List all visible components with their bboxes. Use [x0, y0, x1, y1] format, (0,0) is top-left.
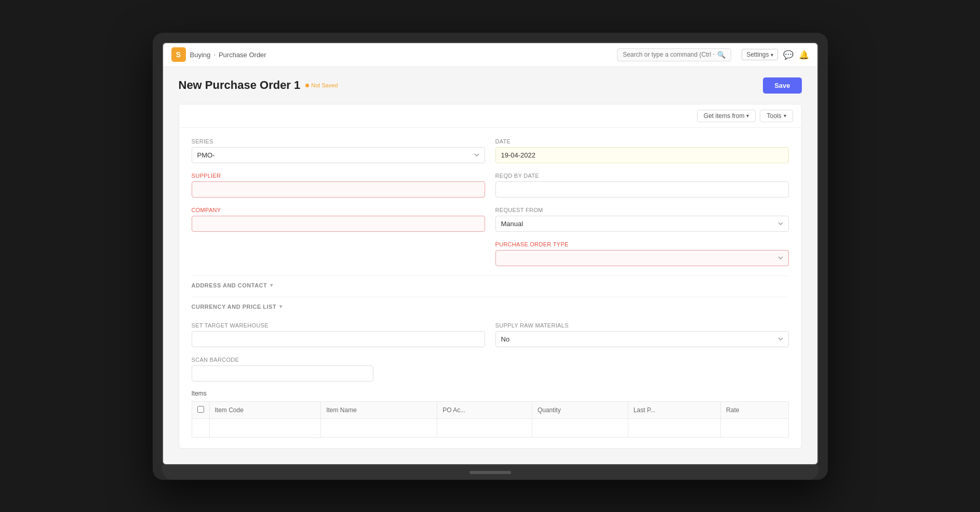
search-bar[interactable]: 🔍: [617, 48, 731, 61]
request-from-label: Request From: [495, 207, 789, 213]
chevron-down-icon: ▾: [746, 113, 749, 119]
form-card: Get items from ▾ Tools ▾ Series: [179, 104, 802, 449]
form-group-company: Company: [192, 207, 485, 232]
date-input[interactable]: [495, 147, 789, 163]
currency-section-divider: CURRENCY AND PRICE LIST ▾: [192, 297, 789, 314]
tools-button[interactable]: Tools ▾: [760, 110, 793, 122]
app-logo: S: [171, 47, 186, 62]
form-group-reqd-by-date: Reqd By Date: [495, 173, 789, 198]
form-group-supply-raw: Supply Raw Materials No Yes: [495, 322, 789, 347]
breadcrumb-sep-1: ›: [213, 51, 216, 58]
form-group-supplier: Supplier: [192, 173, 485, 198]
items-table: Item Code Item Name PO Ac... Quantity La…: [192, 401, 789, 438]
request-from-select[interactable]: Manual Material Request Purchase Order: [495, 216, 789, 232]
form-body: Series PMO- Date Supplier: [179, 128, 801, 448]
search-icon: 🔍: [717, 51, 726, 59]
not-saved-badge: Not Saved: [305, 82, 338, 88]
form-group-request-from: Request From Manual Material Request Pur…: [495, 207, 789, 232]
form-row-po-type: Purchase Order Type: [192, 241, 789, 266]
search-input[interactable]: [623, 51, 714, 58]
form-group-scan-barcode: Scan Barcode: [192, 357, 789, 382]
reqd-by-date-input[interactable]: [495, 181, 789, 198]
currency-section-toggle[interactable]: CURRENCY AND PRICE LIST ▾: [192, 304, 789, 310]
company-label: Company: [192, 207, 485, 213]
table-row-empty: [192, 418, 788, 437]
table-header-rate: Rate: [721, 401, 788, 418]
form-group-series: Series PMO-: [192, 138, 485, 163]
series-select[interactable]: PMO-: [192, 147, 485, 163]
target-warehouse-label: Set Target Warehouse: [192, 322, 485, 329]
address-section-divider: ADDRESS AND CONTACT ▾: [192, 275, 789, 293]
breadcrumb-purchase-order[interactable]: Purchase Order: [219, 51, 266, 59]
po-type-label: Purchase Order Type: [495, 241, 789, 247]
address-section-toggle[interactable]: ADDRESS AND CONTACT ▾: [192, 282, 789, 288]
chevron-down-icon: ▾: [784, 113, 786, 119]
form-group-date: Date: [495, 138, 789, 163]
scan-barcode-input[interactable]: [192, 365, 373, 382]
supply-raw-select[interactable]: No Yes: [495, 331, 789, 347]
save-button[interactable]: Save: [763, 77, 801, 94]
supplier-input[interactable]: [192, 181, 485, 198]
form-row-series-date: Series PMO- Date: [192, 138, 789, 163]
form-row-warehouse-supply: Set Target Warehouse Supply Raw Material…: [192, 322, 789, 347]
table-header-quantity: Quantity: [532, 401, 628, 418]
form-group-empty: [192, 241, 485, 266]
top-bar-actions: Settings ▾ 💬 🔔: [742, 49, 809, 60]
company-input[interactable]: [192, 216, 485, 232]
items-label: Items: [192, 390, 789, 397]
chat-icon[interactable]: 💬: [783, 50, 794, 60]
breadcrumb-buying[interactable]: Buying: [190, 51, 211, 59]
table-header-last-p: Last P...: [628, 401, 720, 418]
supply-raw-label: Supply Raw Materials: [495, 322, 789, 329]
chevron-down-icon: ▾: [771, 52, 773, 58]
table-header-checkbox: [192, 401, 209, 418]
table-header-item-name: Item Name: [321, 401, 437, 418]
reqd-by-date-label: Reqd By Date: [495, 173, 789, 179]
series-label: Series: [192, 138, 485, 145]
settings-label: Settings: [746, 51, 769, 58]
settings-button[interactable]: Settings ▾: [742, 49, 777, 60]
select-all-checkbox[interactable]: [197, 406, 204, 413]
table-header-item-code: Item Code: [209, 401, 321, 418]
form-toolbar: Get items from ▾ Tools ▾: [179, 104, 801, 128]
form-row-company-request: Company Request From Manual Material Req…: [192, 207, 789, 232]
date-label: Date: [495, 138, 789, 145]
scan-barcode-label: Scan Barcode: [192, 357, 789, 363]
chevron-down-icon: ▾: [270, 282, 273, 288]
table-header-po-ac: PO Ac...: [437, 401, 532, 418]
supplier-label: Supplier: [192, 173, 485, 179]
breadcrumb: Buying › Purchase Order: [190, 51, 266, 59]
po-type-select[interactable]: [495, 250, 789, 266]
chevron-down-icon: ▾: [279, 304, 283, 309]
form-group-target-warehouse: Set Target Warehouse: [192, 322, 485, 347]
form-row-supplier-reqd: Supplier Reqd By Date: [192, 173, 789, 198]
get-items-from-button[interactable]: Get items from ▾: [697, 110, 756, 122]
target-warehouse-input[interactable]: [192, 331, 485, 347]
bell-icon[interactable]: 🔔: [799, 50, 809, 60]
page-title: New Purchase Order 1 Not Saved: [179, 78, 338, 92]
form-group-po-type: Purchase Order Type: [495, 241, 789, 266]
